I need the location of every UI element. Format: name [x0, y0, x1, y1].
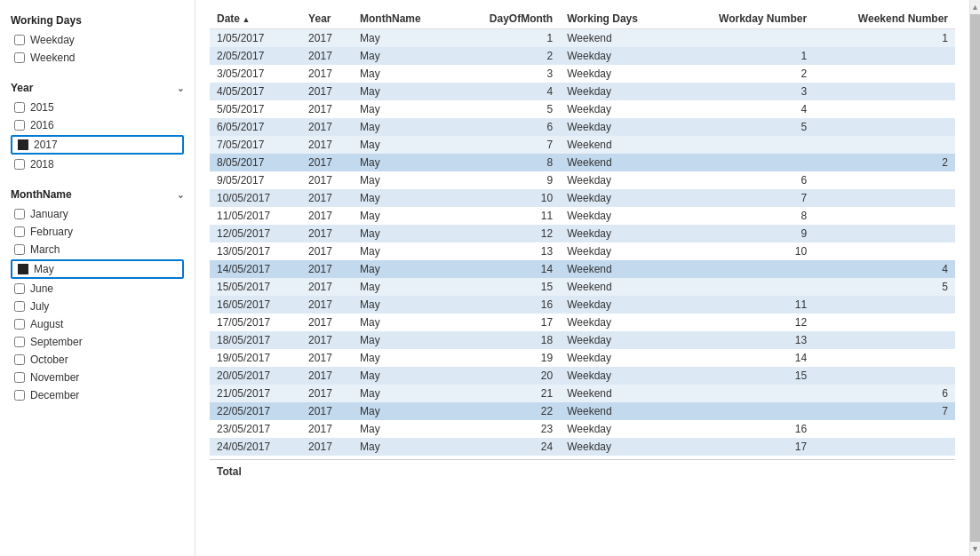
month-march-item[interactable]: March — [11, 242, 184, 258]
table-row: 22/05/20172017May22Weekend7 — [210, 402, 955, 420]
table-cell: 7 — [814, 402, 955, 420]
year-2016-checkbox[interactable] — [14, 120, 25, 131]
month-june-label[interactable]: June — [30, 282, 53, 295]
weekend-checkbox[interactable] — [14, 52, 25, 63]
month-august-checkbox[interactable] — [14, 319, 25, 330]
table-cell: 10/05/2017 — [210, 189, 301, 207]
total-row: Total — [210, 459, 955, 483]
weekday-checkbox[interactable] — [14, 35, 25, 45]
month-august-label[interactable]: August — [30, 318, 63, 330]
table-cell: May — [353, 136, 455, 154]
weekday-item[interactable]: Weekday — [11, 32, 184, 48]
scroll-down-arrow[interactable]: ▼ — [970, 542, 980, 556]
table-cell: Weekday — [560, 189, 675, 207]
month-june-item[interactable]: June — [11, 281, 184, 297]
month-october-item[interactable]: October — [11, 352, 184, 368]
scrollbar[interactable]: ▲ ▼ — [969, 0, 980, 556]
col-workdaynumber[interactable]: Workday Number — [675, 9, 814, 29]
table-cell: 2017 — [301, 402, 353, 420]
table-container[interactable]: Date Year MonthName DayOfMonth Working D… — [195, 0, 969, 556]
month-july-label[interactable]: July — [30, 300, 49, 313]
month-december-label[interactable]: December — [30, 389, 79, 401]
weekday-label[interactable]: Weekday — [30, 34, 75, 46]
table-row: 17/05/20172017May17Weekday12 — [210, 314, 955, 331]
month-december-item[interactable]: December — [11, 387, 184, 403]
table-cell — [814, 47, 955, 65]
scroll-up-arrow[interactable]: ▲ — [970, 0, 980, 14]
weekend-label[interactable]: Weekend — [30, 52, 75, 64]
month-october-checkbox[interactable] — [14, 354, 25, 365]
table-cell — [814, 100, 955, 118]
month-november-item[interactable]: November — [11, 369, 184, 385]
year-2016-item[interactable]: 2016 — [11, 117, 184, 133]
month-january-label[interactable]: January — [30, 208, 68, 220]
month-february-label[interactable]: February — [30, 226, 73, 238]
year-2017-label[interactable]: 2017 — [34, 139, 58, 151]
year-section: Year ⌄ 2015 2016 2017 2018 — [11, 82, 184, 172]
year-2018-checkbox[interactable] — [14, 159, 25, 170]
month-march-label[interactable]: March — [30, 243, 60, 256]
table-cell: May — [353, 296, 455, 314]
table-cell — [814, 296, 955, 314]
table-cell: 7 — [675, 189, 814, 207]
table-cell — [814, 207, 955, 225]
month-december-checkbox[interactable] — [14, 390, 25, 401]
table-cell: 15 — [455, 278, 560, 296]
table-row: 23/05/20172017May23Weekday16 — [210, 420, 955, 438]
month-august-item[interactable]: August — [11, 316, 184, 332]
weekend-item[interactable]: Weekend — [11, 50, 184, 66]
data-table: Date Year MonthName DayOfMonth Working D… — [210, 9, 955, 456]
month-january-item[interactable]: January — [11, 206, 184, 222]
year-2016-label[interactable]: 2016 — [30, 119, 54, 131]
month-september-checkbox[interactable] — [14, 337, 25, 347]
table-cell: Weekday — [560, 118, 675, 136]
month-july-item[interactable]: July — [11, 298, 184, 314]
monthname-label: MonthName — [11, 188, 72, 201]
year-2018-item[interactable]: 2018 — [11, 156, 184, 172]
table-cell: May — [353, 171, 455, 189]
month-november-label[interactable]: November — [30, 371, 79, 384]
table-cell: 2017 — [301, 420, 353, 438]
table-cell: 9 — [455, 171, 560, 189]
table-cell: Weekday — [560, 171, 675, 189]
table-cell: 2017 — [301, 83, 353, 100]
month-july-checkbox[interactable] — [14, 301, 25, 312]
col-date[interactable]: Date — [210, 9, 301, 29]
table-row: 1/05/20172017May1Weekend1 — [210, 29, 955, 48]
table-cell: 16 — [675, 420, 814, 438]
table-cell: Weekday — [560, 100, 675, 118]
month-september-item[interactable]: September — [11, 334, 184, 350]
table-cell: Weekday — [560, 83, 675, 100]
month-february-item[interactable]: February — [11, 224, 184, 240]
table-cell — [814, 83, 955, 100]
month-june-checkbox[interactable] — [14, 283, 25, 294]
month-october-label[interactable]: October — [30, 353, 68, 366]
col-dayofmonth[interactable]: DayOfMonth — [455, 9, 560, 29]
table-cell: 14 — [455, 260, 560, 278]
month-february-checkbox[interactable] — [14, 226, 25, 237]
scroll-thumb[interactable] — [970, 14, 980, 542]
year-2015-checkbox[interactable] — [14, 102, 25, 113]
col-year[interactable]: Year — [301, 9, 353, 29]
table-cell: Weekday — [560, 47, 675, 65]
table-cell: 3 — [455, 65, 560, 83]
table-cell: Weekend — [560, 29, 675, 48]
month-may-selected[interactable]: May — [11, 259, 184, 279]
table-header-row: Date Year MonthName DayOfMonth Working D… — [210, 9, 955, 29]
month-september-label[interactable]: September — [30, 336, 83, 348]
col-weekendnumber[interactable]: Weekend Number — [814, 9, 955, 29]
col-monthname[interactable]: MonthName — [353, 9, 455, 29]
table-cell: 14/05/2017 — [210, 260, 301, 278]
col-workingdays[interactable]: Working Days — [560, 9, 675, 29]
month-may-label[interactable]: May — [34, 263, 54, 275]
year-2018-label[interactable]: 2018 — [30, 158, 54, 171]
year-2015-item[interactable]: 2015 — [11, 99, 184, 115]
year-2017-selected[interactable]: 2017 — [11, 135, 184, 155]
table-cell: 5 — [455, 100, 560, 118]
month-november-checkbox[interactable] — [14, 372, 25, 383]
table-cell: May — [353, 65, 455, 83]
table-cell: 24 — [455, 438, 560, 456]
month-march-checkbox[interactable] — [14, 244, 25, 255]
year-2015-label[interactable]: 2015 — [30, 101, 54, 114]
month-january-checkbox[interactable] — [14, 209, 25, 219]
